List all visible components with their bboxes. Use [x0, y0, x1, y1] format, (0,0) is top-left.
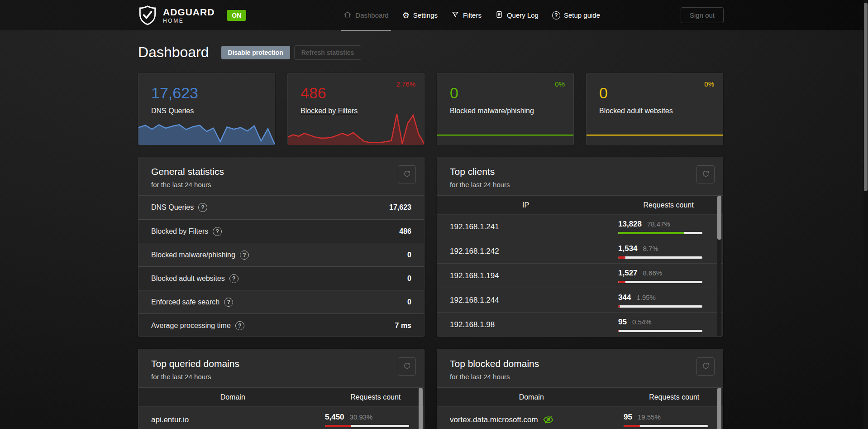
table-row: 192.168.1.242 1,534 8.7% [437, 239, 723, 264]
stat-label: Average processing time [151, 322, 231, 330]
top-queried-header: Domain Requests count [138, 388, 424, 407]
card-blocked-by-filters: 486 Blocked by Filters 2.76% [287, 73, 424, 145]
stat-value: 17,623 [389, 203, 411, 212]
request-percent: 1.95% [636, 294, 656, 301]
funnel-icon [451, 10, 459, 20]
top-blocked-domains-panel: Top blocked domains for the last 24 hour… [437, 349, 723, 429]
eye-off-icon[interactable] [543, 414, 554, 425]
stat-label: Blocked adult websites [151, 275, 225, 283]
general-statistics-panel: General statistics for the last 24 hours… [138, 157, 424, 337]
refresh-button[interactable] [398, 165, 416, 183]
top-clients-header: IP Requests count [437, 196, 723, 215]
top-queried-subtitle: for the last 24 hours [151, 373, 411, 381]
scrollbar-thumb[interactable] [419, 388, 423, 429]
blocked-adult-sparkline [587, 121, 723, 145]
navbar: ADGUARD HOME ON Dashboard ⚙ Settings Fil… [0, 0, 868, 30]
request-percent: 30.93% [350, 413, 373, 421]
panel-scrollbar[interactable] [717, 196, 721, 337]
request-percent: 8.66% [643, 269, 663, 277]
col-ip: IP [437, 201, 614, 209]
table-row: 192.168.1.98 95 0.54% [437, 313, 723, 337]
stat-value: 7 ms [395, 322, 411, 330]
gear-icon: ⚙ [402, 11, 410, 19]
request-count: 5,450 [325, 413, 344, 422]
protection-status-badge: ON [227, 10, 246, 21]
refresh-button[interactable] [696, 165, 715, 183]
blocked-adult-percent: 0% [704, 80, 714, 88]
blocked-filters-percent: 2.76% [396, 80, 415, 88]
help-icon[interactable]: ? [198, 203, 207, 212]
stat-row: Blocked adult websites ? 0 [138, 266, 424, 290]
card-blocked-adult: 0 Blocked adult websites 0% [586, 73, 723, 145]
help-icon[interactable]: ? [240, 251, 249, 260]
nav-item-query-log[interactable]: Query Log [488, 0, 545, 30]
nav-item-setup-guide[interactable]: ? Setup guide [545, 0, 607, 30]
main-nav: Dashboard ⚙ Settings Filters Query Log ?… [337, 0, 607, 30]
nav-item-filters[interactable]: Filters [444, 0, 488, 30]
panel-scrollbar[interactable] [419, 388, 423, 429]
help-icon[interactable]: ? [229, 274, 238, 283]
request-count: 1,534 [618, 244, 638, 253]
blocked-malware-percent: 0% [555, 80, 565, 88]
top-clients-title: Top clients [450, 166, 710, 177]
col-requests-count: Requests count [327, 393, 424, 401]
request-count: 1,527 [618, 269, 638, 278]
refresh-statistics-button[interactable]: Refresh statistics [294, 45, 362, 60]
progress-bar [618, 256, 702, 259]
blocked-malware-sparkline [437, 121, 573, 145]
scrollbar-thumb[interactable] [864, 3, 868, 191]
general-statistics-rows: DNS Queries ? 17,623 Blocked by Filters … [138, 196, 424, 337]
request-count: 95 [618, 318, 627, 327]
client-ip[interactable]: 192.168.1.244 [437, 296, 618, 305]
adguard-logo: ADGUARD HOME ON [138, 5, 246, 26]
refresh-button[interactable] [398, 357, 416, 376]
page-scrollbar[interactable] [863, 0, 868, 429]
col-requests-count: Requests count [625, 393, 723, 401]
col-domain: Domain [437, 393, 625, 401]
client-ip[interactable]: 192.168.1.241 [437, 222, 618, 231]
stat-value: 486 [399, 227, 411, 236]
home-icon [343, 10, 352, 20]
nav-label: Filters [463, 11, 482, 19]
stat-label: Blocked malware/phishing [151, 251, 235, 259]
dns-queries-sparkline [138, 117, 275, 145]
request-count: 95 [624, 413, 632, 422]
nav-item-dashboard[interactable]: Dashboard [337, 0, 395, 30]
domain-name[interactable]: vortex.data.microsoft.com [450, 415, 538, 424]
client-ip[interactable]: 192.168.1.98 [437, 320, 618, 329]
help-icon[interactable]: ? [224, 298, 233, 307]
progress-bar [325, 425, 409, 427]
progress-bar [618, 305, 702, 308]
col-requests-count: Requests count [614, 201, 723, 209]
stat-row: Enforced safe search ? 0 [138, 290, 424, 313]
domain-name[interactable]: api.entur.io [138, 415, 325, 424]
top-clients-panel: Top clients for the last 24 hours IP Req… [437, 157, 723, 337]
disable-protection-button[interactable]: Disable protection [221, 46, 290, 59]
refresh-icon [403, 170, 411, 179]
blocked-filters-link[interactable]: Blocked by Filters [288, 101, 424, 115]
request-count: 344 [618, 293, 631, 302]
table-row: 192.168.1.241 13,828 78.47% [437, 215, 723, 239]
stat-cards-row: 17,623 DNS Queries 486 Blocked by Filter… [138, 73, 724, 145]
help-icon[interactable]: ? [213, 227, 222, 236]
brand-name: ADGUARD [163, 7, 215, 17]
top-blocked-title: Top blocked domains [450, 358, 710, 369]
stat-label: Blocked by Filters [151, 227, 208, 236]
table-row: vortex.data.microsoft.com 95 19.55% [437, 407, 723, 429]
client-ip[interactable]: 192.168.1.194 [437, 271, 618, 280]
sign-out-button[interactable]: Sign out [681, 7, 724, 23]
stat-row: DNS Queries ? 17,623 [138, 196, 424, 219]
dns-queries-value: 17,623 [138, 73, 275, 101]
request-percent: 78.47% [647, 220, 670, 228]
panel-scrollbar[interactable] [717, 388, 721, 429]
dns-queries-label: DNS Queries [138, 101, 275, 115]
client-ip[interactable]: 192.168.1.242 [437, 247, 618, 256]
refresh-button[interactable] [696, 357, 715, 376]
page-title: Dashboard [138, 44, 209, 61]
scrollbar-thumb[interactable] [717, 388, 721, 429]
help-icon[interactable]: ? [235, 321, 244, 330]
general-statistics-title: General statistics [151, 166, 411, 177]
nav-item-settings[interactable]: ⚙ Settings [396, 0, 444, 30]
scrollbar-thumb[interactable] [717, 196, 721, 240]
stat-value: 0 [407, 251, 411, 259]
